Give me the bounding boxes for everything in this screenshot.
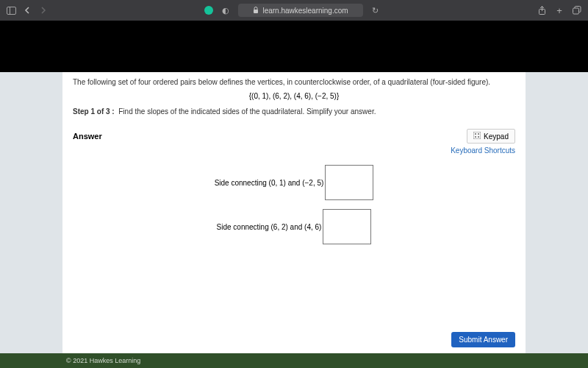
new-tab-icon[interactable]: + (554, 5, 564, 15)
grammarly-icon[interactable] (204, 6, 213, 15)
keyboard-shortcuts-link[interactable]: Keyboard Shortcuts (73, 146, 515, 155)
step-instruction: Step 1 of 3 : Find the slopes of the ind… (73, 107, 515, 116)
svg-rect-6 (473, 132, 481, 139)
answer-row-label: Side connecting (6, 2) and (4, 6) (217, 223, 322, 231)
answer-header: Answer Keypad (73, 129, 515, 144)
step-label: Step 1 of 3 : (73, 107, 115, 116)
sidebar-icon[interactable] (6, 5, 16, 15)
step-text: Find the slopes of the indicated sides o… (118, 107, 376, 116)
share-icon[interactable] (537, 5, 547, 15)
svg-rect-9 (475, 136, 476, 138)
svg-rect-0 (7, 7, 15, 14)
header-band (0, 21, 588, 72)
lock-icon (253, 7, 259, 15)
tabs-icon[interactable] (572, 5, 582, 15)
keypad-label: Keypad (484, 132, 509, 141)
question-card: The following set of four ordered pairs … (62, 72, 526, 353)
url-text: learn.hawkeslearning.com (262, 7, 348, 15)
forward-icon[interactable] (38, 5, 49, 15)
keypad-icon (473, 132, 481, 141)
svg-rect-8 (478, 133, 479, 135)
answer-row: Side connecting (6, 2) and (4, 6) (217, 209, 372, 244)
browser-toolbar: ◐ learn.hawkeslearning.com ↻ + (0, 0, 588, 21)
slope-input-2[interactable] (323, 209, 371, 244)
keypad-button[interactable]: Keypad (467, 129, 515, 144)
svg-rect-2 (254, 10, 258, 13)
page-area: The following set of four ordered pairs … (0, 72, 588, 353)
svg-rect-10 (478, 136, 479, 138)
svg-rect-5 (573, 8, 579, 14)
answer-row: Side connecting (0, 1) and (−2, 5) (215, 165, 374, 200)
answer-title: Answer (73, 132, 102, 141)
back-icon[interactable] (22, 5, 32, 15)
svg-rect-7 (475, 133, 476, 135)
page-footer: © 2021 Hawkes Learning (0, 353, 588, 368)
vertex-set: {(0, 1), (6, 2), (4, 6), (−2, 5)} (73, 92, 515, 100)
copyright-text: © 2021 Hawkes Learning (66, 357, 140, 364)
slope-input-1[interactable] (325, 165, 373, 200)
answer-row-label: Side connecting (0, 1) and (−2, 5) (215, 179, 324, 187)
reload-icon[interactable]: ↻ (370, 5, 381, 15)
question-intro: The following set of four ordered pairs … (73, 78, 515, 86)
reader-icon[interactable]: ◐ (220, 5, 231, 15)
url-bar[interactable]: learn.hawkeslearning.com (238, 4, 362, 17)
answer-inputs: Side connecting (0, 1) and (−2, 5) Side … (73, 165, 515, 244)
submit-answer-button[interactable]: Submit Answer (451, 332, 515, 347)
